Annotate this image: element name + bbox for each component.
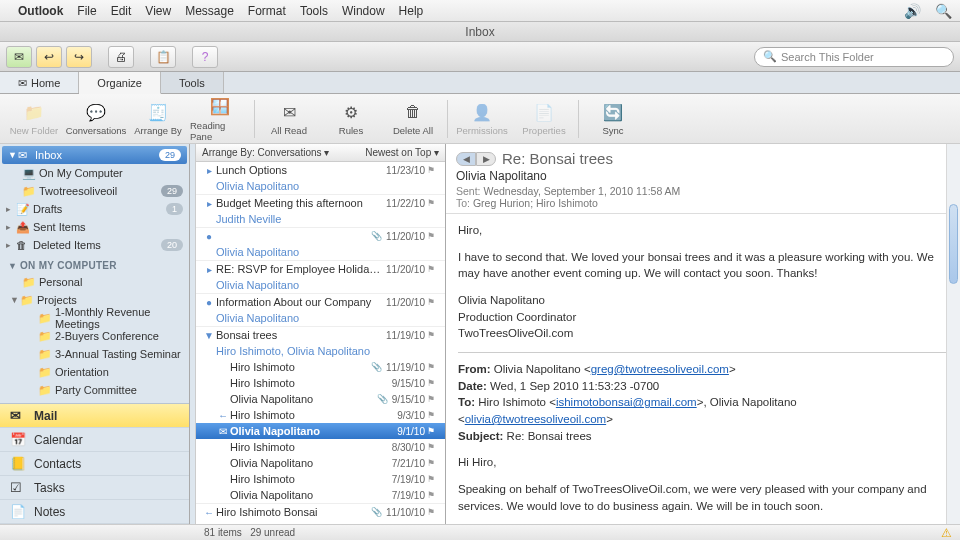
status-unread-count: 29 unread — [250, 527, 295, 538]
reply-all-button[interactable]: ↪ — [66, 46, 92, 68]
folder-icon: 📁 — [38, 366, 52, 379]
ribbon-permissions: 👤Permissions — [452, 96, 512, 142]
ribbon-reading-pane[interactable]: 🪟Reading Pane — [190, 96, 250, 142]
message-row[interactable]: Hiro Ishimoto8/30/10⚑ — [196, 439, 445, 455]
project-item[interactable]: 📁3-Annual Tasting Seminar — [0, 345, 189, 363]
menu-edit[interactable]: Edit — [111, 4, 132, 18]
reading-pane: ◀▶ Re: Bonsai trees Olivia Napolitano Se… — [446, 144, 960, 524]
ribbon-all-read[interactable]: ✉All Read — [259, 96, 319, 142]
reading-scrollbar[interactable] — [946, 144, 960, 524]
conversation-from: Olivia Napolitano — [196, 178, 445, 194]
ribbon-arrange-by[interactable]: 🧾Arrange By — [128, 96, 188, 142]
message-row[interactable]: Hiro Ishimoto📎11/19/10⚑ — [196, 359, 445, 375]
folder-icon: 📁 — [38, 348, 52, 361]
status-bar: 81 items 29 unread ⚠ — [0, 524, 960, 540]
message-row[interactable]: Olivia Napolitano7/19/10⚑ — [196, 487, 445, 503]
conversation-row[interactable]: ●📎11/20/10⚑ — [196, 228, 445, 244]
ribbon: 📁New Folder💬Conversations🧾Arrange By🪟Rea… — [0, 94, 960, 144]
conversation-row[interactable]: ←Hiro Ishimoto Bonsai📎11/10/10⚑ — [196, 504, 445, 520]
folder-icon: 📁 — [38, 312, 52, 325]
ribbon-properties: 📄Properties — [514, 96, 574, 142]
folder-inbox[interactable]: ▼✉Inbox29 — [2, 146, 187, 164]
conversation-row[interactable]: ▸RE: RSVP for Employee Holiday E...11/20… — [196, 261, 445, 277]
menu-tools[interactable]: Tools — [300, 4, 328, 18]
nav-mail[interactable]: ✉Mail — [0, 404, 189, 428]
message-row[interactable]: Hiro Ishimoto9/15/10⚑ — [196, 375, 445, 391]
menu-app[interactable]: Outlook — [18, 4, 63, 18]
menu-file[interactable]: File — [77, 4, 96, 18]
project-item[interactable]: 📁2-Buyers Conference — [0, 327, 189, 345]
nav-calendar[interactable]: 📅Calendar — [0, 428, 189, 452]
menu-help[interactable]: Help — [399, 4, 424, 18]
menu-message[interactable]: Message — [185, 4, 234, 18]
conversation-row[interactable]: ▸Budget Meeting this afternoon11/22/10⚑ — [196, 195, 445, 211]
tab-tools[interactable]: Tools — [161, 72, 224, 93]
list-header[interactable]: Arrange By: Conversations▾ Newest on Top… — [196, 144, 445, 162]
trash-icon: 🗑 — [16, 239, 30, 251]
tab-organize[interactable]: Organize — [79, 72, 161, 94]
tasks-icon: ☑ — [10, 480, 26, 495]
search-input[interactable]: 🔍 Search This Folder — [754, 47, 954, 67]
nav-notes[interactable]: 📄Notes — [0, 500, 189, 524]
help-button[interactable]: ? — [192, 46, 218, 68]
spotlight-icon[interactable]: 🔍 — [935, 3, 952, 19]
window-title: Inbox — [0, 22, 960, 42]
conversation-row[interactable]: ●Information About our Company11/20/10⚑ — [196, 294, 445, 310]
menu-format[interactable]: Format — [248, 4, 286, 18]
nav-contacts[interactable]: 📒Contacts — [0, 452, 189, 476]
folder-icon: 📁 — [38, 330, 52, 343]
message-row[interactable]: ←Hiro Ishimoto9/3/10⚑ — [196, 407, 445, 423]
ribbon-sync[interactable]: 🔄Sync — [583, 96, 643, 142]
ribbon-new-folder: 📁New Folder — [4, 96, 64, 142]
project-item[interactable]: 📁1-Monthly Revenue Meetings — [0, 309, 189, 327]
message-list: Arrange By: Conversations▾ Newest on Top… — [196, 144, 446, 524]
conversation-from: Olivia Napolitano — [196, 310, 445, 326]
reading-body[interactable]: Hiro, I have to second that. We loved yo… — [446, 214, 960, 524]
drafts-icon: 📝 — [16, 203, 30, 216]
section-on-my-computer: ▼ ON MY COMPUTER — [0, 254, 189, 273]
home-icon: ✉ — [18, 72, 27, 94]
conversation-toggle[interactable]: ◀▶ — [456, 152, 496, 166]
reading-to: Greg Hurion; Hiro Ishimoto — [473, 197, 598, 209]
folder-twotrees[interactable]: 📁Twotreesoliveoil29 — [0, 182, 189, 200]
message-row[interactable]: Hiro Ishimoto7/19/10⚑ — [196, 471, 445, 487]
menu-window[interactable]: Window — [342, 4, 385, 18]
new-mail-button[interactable]: ✉ — [6, 46, 32, 68]
folder-sent[interactable]: ▸📤Sent Items — [0, 218, 189, 236]
conversation-from: Olivia Napolitano — [196, 520, 445, 524]
inbox-icon: ✉ — [18, 149, 32, 162]
reading-from: Olivia Napolitano — [456, 169, 950, 183]
message-row[interactable]: ✉Olivia Napolitano9/1/10⚑ — [196, 423, 445, 439]
main-toolbar: ✉ ↩ ↪ 🖨 📋 ? 🔍 Search This Folder — [0, 42, 960, 72]
folder-deleted[interactable]: ▸🗑Deleted Items20 — [0, 236, 189, 254]
conversation-row[interactable]: ▼Bonsai trees11/19/10⚑ — [196, 327, 445, 343]
print-button[interactable]: 🖨 — [108, 46, 134, 68]
status-item-count: 81 items — [204, 527, 242, 538]
folder-personal[interactable]: 📁Personal — [0, 273, 189, 291]
folder-icon: 📁 — [22, 185, 36, 198]
reply-button[interactable]: ↩ — [36, 46, 62, 68]
menu-view[interactable]: View — [145, 4, 171, 18]
folder-icon: 📁 — [22, 276, 36, 289]
conversation-row[interactable]: ▸Lunch Options11/23/10⚑ — [196, 162, 445, 178]
message-row[interactable]: Olivia Napolitano📎9/15/10⚑ — [196, 391, 445, 407]
list-button[interactable]: 📋 — [150, 46, 176, 68]
ribbon-delete-all[interactable]: 🗑Delete All — [383, 96, 443, 142]
ribbon-conversations[interactable]: 💬Conversations — [66, 96, 126, 142]
calendar-icon: 📅 — [10, 432, 26, 447]
project-item[interactable]: 📁Orientation — [0, 363, 189, 381]
tab-home[interactable]: ✉Home — [0, 72, 79, 93]
volume-icon[interactable]: 🔊 — [904, 3, 921, 19]
message-row[interactable]: Olivia Napolitano7/21/10⚑ — [196, 455, 445, 471]
folder-on-my-computer[interactable]: 💻On My Computer — [0, 164, 189, 182]
ribbon-tabs: ✉Home Organize Tools — [0, 72, 960, 94]
nav-tasks[interactable]: ☑Tasks — [0, 476, 189, 500]
computer-icon: 💻 — [22, 167, 36, 180]
project-item[interactable]: 📁Party Committee — [0, 381, 189, 399]
notes-icon: 📄 — [10, 504, 26, 519]
folder-icon: 📁 — [20, 294, 34, 307]
folder-drafts[interactable]: ▸📝Drafts1 — [0, 200, 189, 218]
ribbon-rules[interactable]: ⚙Rules — [321, 96, 381, 142]
warning-icon[interactable]: ⚠ — [941, 526, 952, 540]
folder-icon: 📁 — [38, 384, 52, 397]
